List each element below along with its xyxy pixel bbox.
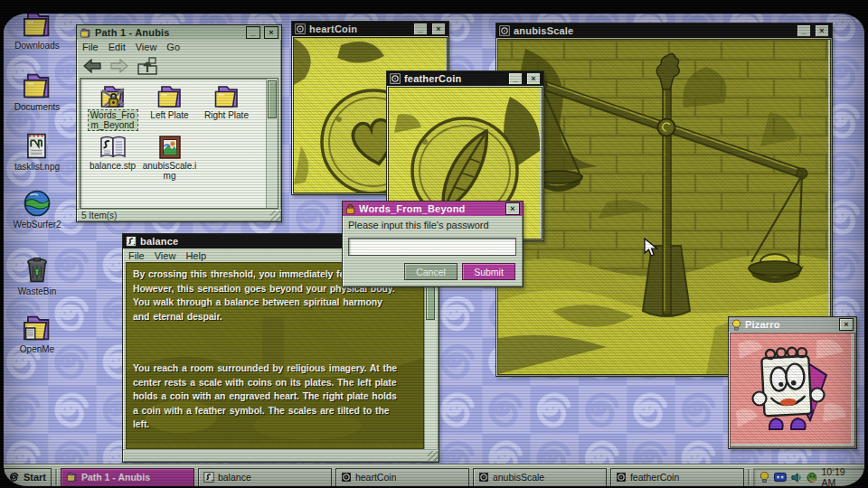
file-right-plate[interactable]: Right Plate xyxy=(198,83,255,130)
desktop-icon-tasklist[interactable]: tasklist.npg xyxy=(11,130,63,172)
lightbulb-icon xyxy=(731,319,741,331)
taskbar-button-feathercoin[interactable]: featherCoin xyxy=(610,468,744,487)
file-label: Right Plate xyxy=(204,110,249,120)
cancel-button[interactable]: Cancel xyxy=(404,263,458,280)
lightbulb-icon[interactable] xyxy=(760,471,769,483)
window-title: Path 1 - Anubis xyxy=(95,27,242,38)
taskbar-clock: 10:19 AM xyxy=(821,466,858,488)
resize-grip[interactable] xyxy=(428,451,438,461)
menu-edit[interactable]: Edit xyxy=(108,42,126,52)
desktop-icon-label: WasteBin xyxy=(18,286,56,296)
folder-icon xyxy=(21,70,53,101)
menu-help[interactable]: Help xyxy=(185,250,206,261)
close-button[interactable]: × xyxy=(264,26,278,39)
vertical-scrollbar[interactable] xyxy=(266,79,278,208)
minimize-button[interactable]: _ xyxy=(413,23,428,35)
start-button[interactable]: Start xyxy=(4,468,52,487)
titlebar[interactable]: Path 1 - Anubis _ × xyxy=(77,25,281,40)
folder-disk-icon xyxy=(21,313,53,343)
forward-icon[interactable] xyxy=(109,59,129,73)
padlock-icon xyxy=(345,203,355,214)
taskbar-button-heartcoin[interactable]: heartCoin xyxy=(335,468,469,487)
minimize-button[interactable]: _ xyxy=(246,26,260,39)
file-anubisscale-img[interactable]: anubisScale.img xyxy=(141,134,198,181)
taskbar-button-explorer[interactable]: Path 1 - Anubis xyxy=(61,468,194,487)
file-label: balance.stp xyxy=(90,161,136,171)
titlebar[interactable]: heartCoin _ × xyxy=(292,22,448,36)
dialog-title: Words_From_Beyond xyxy=(359,203,502,214)
crt-screen: Downloads Documents tasklist.npg WebSurf… xyxy=(0,0,868,488)
vertical-scrollbar[interactable] xyxy=(424,262,436,449)
file-left-plate[interactable]: Left Plate xyxy=(141,83,198,130)
window-pizarro: Pizarro × xyxy=(728,316,857,449)
password-prompt: Please input this file's password xyxy=(343,216,523,232)
text-line: a coin with a feather symbol. The scales… xyxy=(133,404,423,418)
pizarro-image xyxy=(730,333,855,447)
file-balance-stp[interactable]: balance.stp xyxy=(84,134,141,181)
menu-file[interactable]: File xyxy=(128,250,145,261)
image-viewer-icon xyxy=(390,73,401,84)
desktop-icon-wastebin[interactable]: WasteBin xyxy=(11,255,63,296)
titlebar[interactable]: Words_From_Beyond × xyxy=(343,202,523,216)
minimize-button[interactable]: _ xyxy=(508,72,523,85)
menu-go[interactable]: Go xyxy=(166,42,180,52)
system-tray: 10:19 AM xyxy=(753,468,864,487)
text-line: center rests a scale with coins on its p… xyxy=(133,376,423,390)
folder-icon xyxy=(156,83,184,110)
back-icon[interactable] xyxy=(82,59,102,73)
taskbar-button-balance[interactable]: balance xyxy=(198,468,332,487)
balance-text-area: By crossing this threshold, you immediat… xyxy=(126,262,424,449)
image-file-icon xyxy=(156,134,184,161)
minimize-button[interactable]: _ xyxy=(797,24,811,37)
close-button[interactable]: × xyxy=(815,24,829,37)
close-button[interactable]: × xyxy=(526,72,541,85)
desktop-icon-openme[interactable]: OpenMe xyxy=(11,313,63,354)
up-folder-icon[interactable] xyxy=(137,57,158,75)
folder-icon xyxy=(80,27,91,39)
close-button[interactable]: × xyxy=(505,202,520,215)
start-logo-icon xyxy=(9,471,20,483)
titlebar[interactable]: featherCoin _ × xyxy=(387,71,543,86)
close-button[interactable]: × xyxy=(431,23,446,35)
window-explorer: Path 1 - Anubis _ × File Edit View Go xyxy=(76,24,282,222)
desktop-icon-websurfer[interactable]: WebSurfer2 xyxy=(11,188,63,230)
notepad-icon xyxy=(21,130,53,161)
titlebar[interactable]: anubisScale _ × xyxy=(496,23,832,38)
file-label: Words_From_Beyond xyxy=(89,110,137,130)
image-viewer-icon xyxy=(478,472,489,483)
text-line: You walk through a balance between spiri… xyxy=(133,296,423,310)
desktop-icon-label: Downloads xyxy=(14,41,59,51)
chat-icon[interactable] xyxy=(774,472,787,483)
menu-view[interactable]: View xyxy=(155,250,176,261)
globe-icon[interactable] xyxy=(807,472,817,483)
scrollbar-thumb[interactable] xyxy=(268,80,277,118)
statusbar: 5 Item(s) xyxy=(77,209,281,221)
desktop-icon-label: OpenMe xyxy=(20,344,54,354)
image-viewer-icon xyxy=(616,472,627,483)
text-app-icon xyxy=(126,236,137,247)
taskbar-separator xyxy=(55,469,57,485)
taskbar-button-anubisscale[interactable]: anubisScale xyxy=(473,468,607,487)
locked-folder-icon xyxy=(99,83,127,110)
menu-file[interactable]: File xyxy=(82,42,99,52)
speaker-icon[interactable] xyxy=(791,472,802,483)
submit-button[interactable]: Submit xyxy=(462,263,515,280)
file-list: Words_From_Beyond Left Plate Right Plate xyxy=(80,79,266,208)
close-button[interactable]: × xyxy=(839,318,854,331)
desktop-icon-label: tasklist.npg xyxy=(14,162,60,172)
desktop-icon-label: Documents xyxy=(14,102,61,112)
text-line: left. xyxy=(133,418,423,432)
password-input[interactable] xyxy=(348,238,516,256)
desktop-icon-downloads[interactable]: Downloads xyxy=(11,9,63,51)
text-app-icon xyxy=(203,472,214,483)
menubar: File Edit View Go xyxy=(77,40,281,53)
globe-icon xyxy=(21,188,53,219)
taskbar: Start Path 1 - Anubis balance heartCoin … xyxy=(0,465,868,488)
file-label: anubisScale.img xyxy=(141,161,198,181)
start-label: Start xyxy=(24,472,46,483)
desktop-icon-documents[interactable]: Documents xyxy=(11,70,63,112)
resize-grip[interactable] xyxy=(270,211,280,221)
titlebar[interactable]: Pizarro × xyxy=(729,317,856,332)
file-words-from-beyond[interactable]: Words_From_Beyond xyxy=(84,83,141,130)
menu-view[interactable]: View xyxy=(136,42,157,52)
